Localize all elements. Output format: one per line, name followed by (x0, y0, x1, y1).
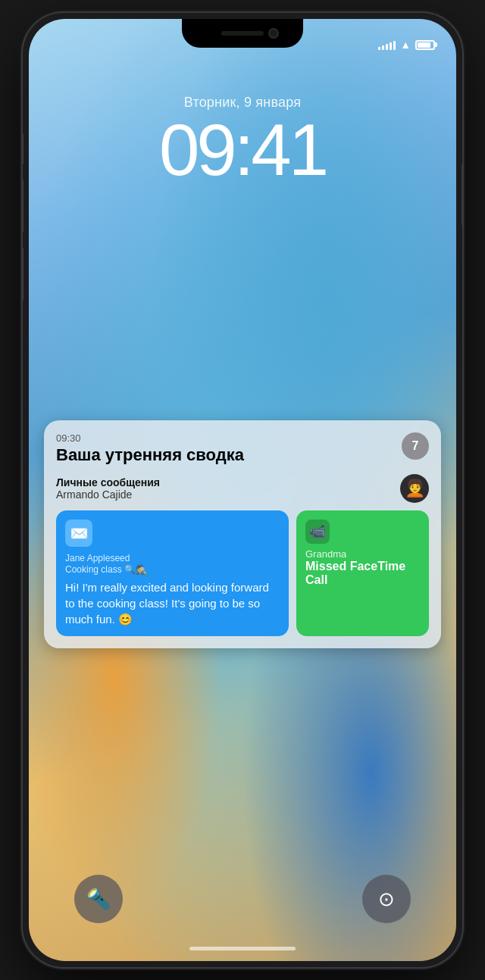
wifi-icon: ▲ (400, 39, 411, 51)
camera-icon: ⊙ (378, 888, 395, 911)
mail-card-header: ✉️ (65, 520, 280, 547)
date-label: Вторник, 9 января (29, 95, 456, 111)
notch (182, 19, 303, 48)
notif-sub-left: Личные сообщения Armando Cajide (56, 476, 160, 501)
mail-sender-name: Jane Appleseed (65, 553, 280, 563)
torch-icon: 🔦 (86, 888, 111, 911)
mail-icon: ✉️ (65, 520, 92, 547)
facetime-card-header: 📹 (305, 520, 420, 544)
speaker (221, 31, 264, 36)
phone-screen: ▲ Вторник, 9 января 09:41 09:30 Ваша утр… (29, 19, 456, 961)
mail-subject: Cooking class 🔍🕵 (65, 564, 280, 575)
power-button[interactable] (462, 164, 462, 225)
bottom-controls: 🔦 ⊙ (29, 875, 456, 923)
mail-body: Hi! I'm really excited and looking forwa… (65, 579, 280, 627)
notif-sub-row: Личные сообщения Armando Cajide 🧑‍🦱 (56, 474, 429, 503)
notif-header: 09:30 Ваша утренняя сводка 7 (56, 432, 429, 465)
phone-frame: ▲ Вторник, 9 января 09:41 09:30 Ваша утр… (23, 13, 462, 967)
mail-notification-card[interactable]: ✉️ Jane Appleseed Cooking class 🔍🕵 Hi! I… (56, 510, 289, 636)
torch-button[interactable]: 🔦 (74, 875, 123, 923)
facetime-notification-card[interactable]: 📹 Grandma Missed FaceTime Call (296, 510, 429, 636)
facetime-icon: 📹 (305, 520, 330, 544)
volume-down-button[interactable] (23, 248, 23, 301)
home-indicator[interactable] (189, 947, 296, 950)
front-camera (268, 28, 279, 39)
notif-avatar: 🧑‍🦱 (400, 474, 429, 503)
volume-up-button[interactable] (23, 179, 23, 233)
status-icons: ▲ (378, 39, 435, 51)
facetime-call-type: Missed FaceTime Call (305, 560, 420, 587)
mute-button[interactable] (23, 134, 23, 164)
notif-sender: Armando Cajide (56, 488, 160, 501)
notif-title: Ваша утренняя сводка (56, 445, 244, 465)
facetime-caller-name: Grandma (305, 548, 420, 560)
morning-summary-card[interactable]: 09:30 Ваша утренняя сводка 7 Личные сооб… (44, 420, 441, 648)
notif-header-left: 09:30 Ваша утренняя сводка (56, 432, 244, 465)
notif-badge: 7 (402, 432, 429, 460)
notif-category: Личные сообщения (56, 476, 160, 488)
notif-time: 09:30 (56, 432, 244, 444)
clock-area: Вторник, 9 января 09:41 (29, 95, 456, 186)
battery-fill (418, 42, 430, 48)
signal-icon (378, 39, 396, 50)
battery-icon (415, 40, 435, 50)
mini-cards-row: ✉️ Jane Appleseed Cooking class 🔍🕵 Hi! I… (56, 510, 429, 636)
notification-area[interactable]: 09:30 Ваша утренняя сводка 7 Личные сооб… (44, 420, 441, 648)
camera-button[interactable]: ⊙ (362, 875, 411, 923)
time-label: 09:41 (29, 114, 456, 186)
